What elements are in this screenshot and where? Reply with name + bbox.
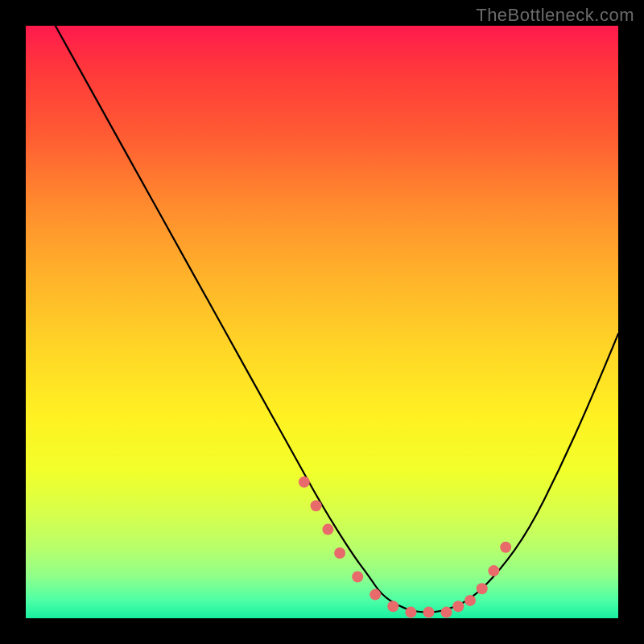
highlight-dot <box>369 589 381 601</box>
highlight-dot <box>387 601 398 612</box>
highlight-dot <box>464 595 476 606</box>
highlight-dot <box>423 607 435 618</box>
highlight-dot <box>488 565 499 576</box>
plot-area <box>26 26 618 618</box>
highlight-dots-group <box>299 477 511 618</box>
highlight-dot <box>405 607 416 618</box>
highlight-dot <box>452 601 464 612</box>
highlight-dot <box>311 500 322 511</box>
watermark-text: TheBottleneck.com <box>476 5 634 26</box>
highlight-dot <box>299 477 310 488</box>
highlight-dot <box>500 542 511 553</box>
highlight-dot <box>334 547 345 559</box>
highlight-dot <box>352 572 363 583</box>
highlight-dot <box>477 583 488 594</box>
chart-frame: TheBottleneck.com <box>0 0 644 644</box>
highlight-dot <box>441 607 452 618</box>
curve-svg <box>26 26 618 618</box>
highlight-dot <box>322 524 333 535</box>
bottleneck-curve <box>56 26 618 613</box>
